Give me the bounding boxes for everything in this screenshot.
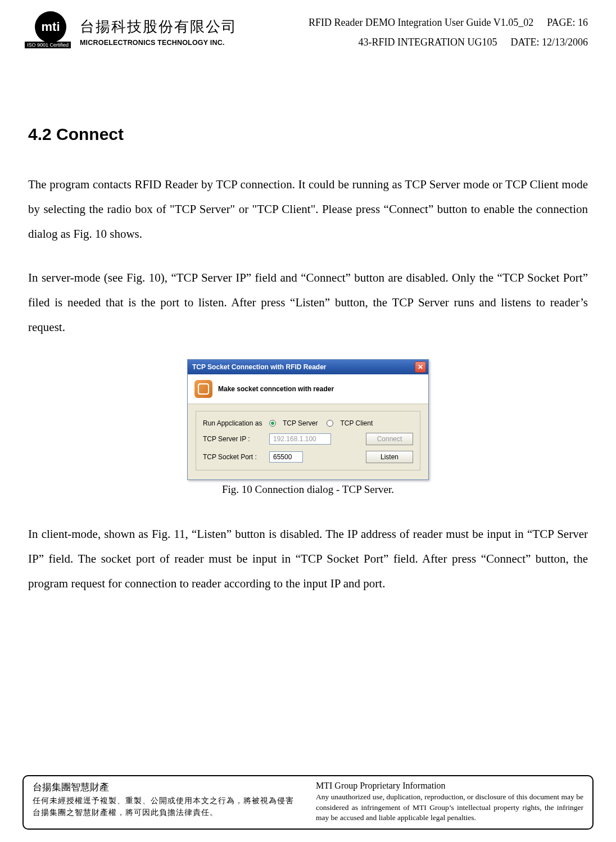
paragraph-1: The program contacts RFID Reader by TCP … <box>28 172 588 246</box>
company-logo: mti ISO 9001 Certified <box>28 11 73 52</box>
footer-left-title: 台揚集團智慧財產 <box>33 781 300 794</box>
dialog-subtitle: Make socket conncetion with reader <box>218 385 334 393</box>
page-header: mti ISO 9001 Certified 台揚科技股份有限公司 MICROE… <box>28 11 588 52</box>
iso-badge: ISO 9001 Certified <box>25 42 71 48</box>
listen-button[interactable]: Listen <box>366 451 413 463</box>
radio-tcp-server-label: TCP Server <box>283 419 318 427</box>
run-as-label: Run Appclication as <box>203 419 265 427</box>
document-number: 43-RFID INTEGRATION UG105 <box>359 37 497 48</box>
socket-port-label: TCP Socket Port : <box>203 453 265 461</box>
socket-port-input[interactable] <box>269 451 303 463</box>
footer-left-body: 任何未經授權逕予複製、重製、公開或使用本文之行為，將被視為侵害台揚集團之智慧財產… <box>33 795 300 818</box>
document-date: DATE: 12/13/2006 <box>511 37 588 48</box>
company-name-block: 台揚科技股份有限公司 MICROELECTRONICS TECHNOLOGY I… <box>80 11 237 47</box>
paragraph-2: In server-mode (see Fig. 10), “TCP Serve… <box>28 265 588 339</box>
company-name-english: MICROELECTRONICS TECHNOLOGY INC. <box>80 39 237 47</box>
document-title: RFID Reader DEMO Integration User Guide … <box>309 17 533 29</box>
radio-tcp-client-label: TCP Client <box>340 419 373 427</box>
company-name-chinese: 台揚科技股份有限公司 <box>80 17 237 37</box>
paragraph-3: In client-mode, shown as Fig. 11, “Liste… <box>28 522 588 596</box>
footer-right-body: Any unauthorized use, duplication, repro… <box>316 792 583 823</box>
section-heading: 4.2 Connect <box>28 125 588 144</box>
page-footer: 台揚集團智慧財產 任何未經授權逕予複製、重製、公開或使用本文之行為，將被視為侵害… <box>22 775 594 830</box>
radio-tcp-client[interactable] <box>327 420 333 427</box>
connection-dialog: TCP Socket Connection with RFID Reader ✕… <box>187 359 429 480</box>
page-number: PAGE: 16 <box>547 17 588 29</box>
footer-right-title: MTI Group Proprietary Information <box>316 781 583 791</box>
figure-10: TCP Socket Connection with RFID Reader ✕… <box>28 359 588 496</box>
figure-caption: Fig. 10 Connection dialog - TCP Server. <box>222 483 394 496</box>
dialog-title: TCP Socket Connection with RFID Reader <box>192 363 415 371</box>
server-ip-input <box>269 433 331 445</box>
logo-mark: mti <box>35 11 66 43</box>
close-icon[interactable]: ✕ <box>415 361 426 373</box>
server-ip-label: TCP Server IP : <box>203 435 265 443</box>
document-meta: RFID Reader DEMO Integration User Guide … <box>309 11 588 48</box>
connect-button: Connect <box>366 433 413 445</box>
radio-tcp-server[interactable] <box>269 420 276 427</box>
socket-icon <box>194 380 212 398</box>
